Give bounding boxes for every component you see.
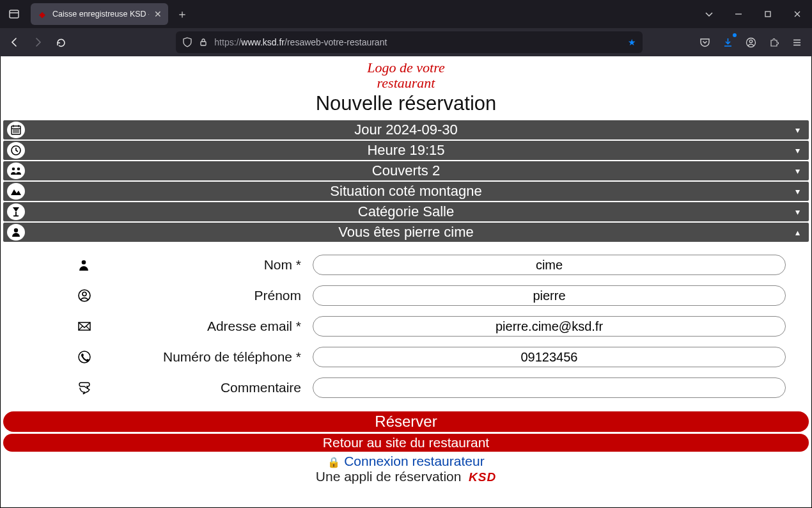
tabs-dropdown-icon[interactable] [694, 0, 724, 28]
accordion-time-label: Heure 19:15 [3, 142, 809, 159]
tab-favicon-icon: ◆ [37, 9, 47, 19]
back-to-site-button[interactable]: Retour au site du restaurant [3, 434, 809, 452]
extensions-icon[interactable] [763, 31, 785, 53]
browser-titlebar: ◆ Caisse enregistreuse KSD - Notr ✕ ＋ [0, 0, 812, 28]
svg-point-26 [82, 292, 86, 296]
tracking-shield-icon[interactable] [182, 37, 192, 47]
chevron-down-icon: ▾ [795, 186, 800, 196]
tab-title: Caisse enregistreuse KSD - Notr [52, 10, 149, 19]
window-minimize-button[interactable] [724, 0, 753, 28]
person-icon [7, 224, 25, 241]
sidebar-toggle-icon[interactable] [0, 0, 28, 28]
nav-reload-button[interactable] [50, 31, 72, 53]
tel-label: Numéro de téléphone * [112, 349, 304, 365]
svg-point-24 [82, 260, 86, 265]
people-icon [7, 163, 25, 179]
downloads-icon[interactable] [717, 31, 739, 53]
page-viewport: Logo de votre restaurant Nouvelle réserv… [0, 56, 812, 508]
tel-input[interactable] [313, 347, 786, 367]
url-bar[interactable]: https://www.ksd.fr/resaweb-votre-restaur… [176, 31, 643, 53]
svg-rect-0 [10, 10, 19, 18]
svg-point-7 [750, 40, 753, 42]
accordion-covers-label: Couverts 2 [3, 163, 809, 179]
calendar-icon [7, 122, 25, 138]
page-title: Nouvelle réservation [1, 92, 811, 115]
browser-tab[interactable]: ◆ Caisse enregistreuse KSD - Notr ✕ [31, 3, 168, 25]
email-icon [77, 321, 103, 332]
clock-icon [7, 142, 25, 159]
url-prefix: https:// [214, 37, 241, 47]
comment-icon [77, 380, 103, 395]
accordion-covers[interactable]: Couverts 2 ▾ [3, 161, 809, 180]
url-path: /resaweb-votre-restaurant [285, 37, 387, 47]
pocket-icon[interactable] [694, 31, 716, 53]
svg-point-23 [14, 228, 18, 232]
url-host: www.ksd.fr [241, 37, 285, 47]
email-input[interactable] [313, 316, 786, 337]
nav-forward-button [27, 31, 49, 53]
prenom-label: Prénom [112, 288, 304, 303]
chevron-up-icon: ▴ [795, 227, 800, 237]
chevron-down-icon: ▾ [795, 207, 800, 217]
reserve-button[interactable]: Réserver [3, 411, 809, 432]
restaurateur-login-link[interactable]: Connexion restaurateur [344, 454, 484, 468]
accordion-identity-label: Vous êtes pierre cime [3, 224, 809, 241]
ksd-brand-logo: KSD [469, 470, 496, 484]
chevron-down-icon: ▾ [795, 145, 800, 155]
browser-toolbar: https://www.ksd.fr/resaweb-votre-restaur… [0, 28, 812, 56]
window-close-button[interactable] [783, 0, 812, 28]
identity-form: Nom * Prénom Adresse email * [1, 243, 811, 409]
restaurant-logo-placeholder: Logo de votre restaurant [1, 60, 811, 91]
svg-point-19 [12, 168, 15, 171]
accordion-category-label: Catégorie Salle [3, 203, 809, 220]
accordion-day-label: Jour 2024-09-30 [3, 122, 809, 138]
lock-icon[interactable] [199, 38, 208, 47]
mountain-icon [7, 183, 25, 200]
glass-icon [7, 203, 25, 220]
lock-small-icon: 🔒 [327, 457, 340, 468]
person-circle-icon [77, 289, 103, 303]
accordion-time[interactable]: Heure 19:15 ▾ [3, 141, 809, 160]
tab-close-icon[interactable]: ✕ [154, 9, 162, 19]
chevron-down-icon: ▾ [795, 125, 800, 135]
account-icon[interactable] [740, 31, 762, 53]
footer: 🔒 Connexion restaurateur Une appli de ré… [1, 454, 811, 484]
accordion-category[interactable]: Catégorie Salle ▾ [3, 202, 809, 221]
accordion-identity[interactable]: Vous êtes pierre cime ▴ [3, 223, 809, 242]
app-menu-icon[interactable] [786, 31, 808, 53]
comment-input[interactable] [313, 377, 786, 398]
accordion-day[interactable]: Jour 2024-09-30 ▾ [3, 120, 809, 139]
nom-label: Nom * [112, 257, 304, 273]
svg-point-20 [17, 168, 20, 171]
accordion-situation[interactable]: Situation coté montagne ▾ [3, 182, 809, 201]
svg-rect-3 [765, 12, 770, 17]
url-text: https://www.ksd.fr/resaweb-votre-restaur… [214, 37, 621, 47]
new-tab-button[interactable]: ＋ [172, 3, 192, 25]
bookmark-star-icon[interactable]: ★ [628, 37, 636, 47]
phone-icon [77, 350, 103, 364]
nom-input[interactable] [313, 255, 786, 275]
comment-label: Commentaire [112, 380, 304, 395]
nav-back-button[interactable] [4, 31, 26, 53]
email-label: Adresse email * [112, 319, 304, 334]
window-maximize-button[interactable] [753, 0, 783, 28]
chevron-down-icon: ▾ [795, 166, 800, 176]
footer-tagline: Une appli de réservation [316, 469, 462, 484]
reservation-accordion: Jour 2024-09-30 ▾ Heure 19:15 ▾ Couverts… [1, 120, 811, 242]
svg-rect-4 [201, 42, 206, 45]
prenom-input[interactable] [313, 285, 786, 306]
accordion-situation-label: Situation coté montagne [3, 183, 809, 200]
person-solid-icon [77, 258, 103, 271]
